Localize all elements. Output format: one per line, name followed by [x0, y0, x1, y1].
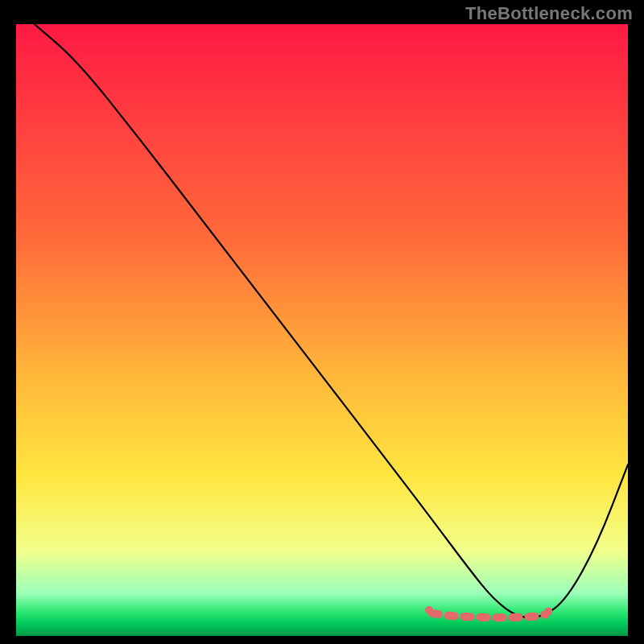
curve-canvas [16, 24, 628, 636]
plot-area [16, 24, 628, 636]
watermark-text: TheBottleneck.com [465, 3, 633, 24]
chart-frame: TheBottleneck.com [0, 0, 644, 644]
